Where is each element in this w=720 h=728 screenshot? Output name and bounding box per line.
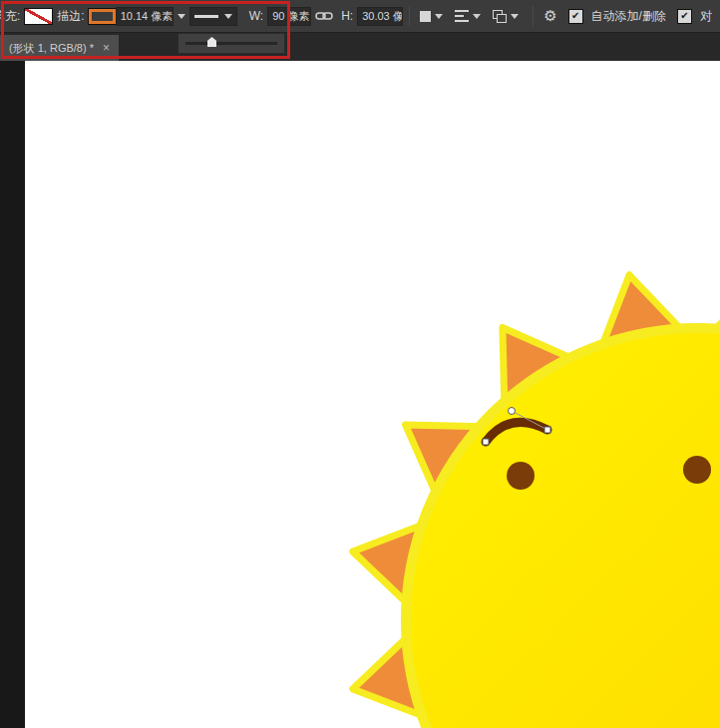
arrange-icon: [493, 10, 507, 23]
toolbar-divider: [533, 6, 534, 26]
align-icon: [455, 10, 469, 22]
sun-eye: [507, 462, 535, 490]
document-tabbar: (形状 1, RGB/8) * ×: [0, 33, 720, 61]
bezier-handle-point[interactable]: [509, 408, 516, 415]
slider-thumb[interactable]: [207, 37, 216, 47]
document-tab-title: (形状 1, RGB/8) *: [9, 41, 94, 56]
fill-swatch[interactable]: [24, 8, 53, 25]
path-operations-icon: [420, 11, 431, 22]
chevron-down-icon: [435, 14, 443, 19]
chevron-down-icon: [511, 14, 519, 19]
sun-eye: [683, 456, 711, 484]
chevron-down-icon: [473, 14, 481, 19]
path-arrangement-button[interactable]: [493, 10, 523, 23]
width-label: W:: [249, 9, 263, 23]
auto-add-delete-label: 自动添加/删除: [591, 8, 666, 25]
anchor-point[interactable]: [483, 439, 489, 445]
slider-track[interactable]: [185, 42, 277, 45]
solid-line-icon: [194, 15, 218, 18]
fill-label: 填充:: [0, 8, 20, 25]
stroke-swatch[interactable]: [89, 9, 116, 24]
path-alignment-button[interactable]: [455, 10, 485, 22]
auto-add-delete-checkbox[interactable]: ✔: [568, 9, 583, 24]
anchor-point[interactable]: [544, 427, 550, 433]
path-operations-button[interactable]: [420, 11, 447, 22]
document-canvas[interactable]: [25, 61, 720, 728]
close-icon[interactable]: ×: [103, 41, 110, 55]
stroke-width-slider-popup: [178, 33, 285, 54]
stroke-style-select[interactable]: [189, 7, 237, 26]
height-field[interactable]: 30.03 像: [357, 7, 403, 26]
link-dimensions-icon[interactable]: [315, 10, 333, 22]
width-field[interactable]: 90 像素: [267, 7, 311, 26]
workspace-left-strip: [0, 61, 25, 728]
stroke-label: 描边:: [57, 8, 84, 25]
document-tab[interactable]: (形状 1, RGB/8) * ×: [0, 35, 119, 61]
toolbar-divider: [409, 6, 410, 26]
align-edges-checkbox[interactable]: ✔: [677, 9, 692, 24]
chevron-down-icon: [224, 14, 232, 19]
height-label: H:: [341, 9, 353, 23]
sun-body: [406, 328, 720, 728]
sun-drawing: [25, 61, 720, 728]
gear-icon[interactable]: ⚙: [543, 7, 556, 25]
chevron-down-icon[interactable]: [178, 14, 185, 19]
align-edges-label: 对: [700, 8, 712, 25]
options-toolbar: 填充: 描边: 10.14 像素 W: 90 像素 H: 30.03 像 ⚙ ✔…: [0, 0, 720, 33]
stroke-width-field[interactable]: 10.14 像素: [116, 7, 174, 26]
